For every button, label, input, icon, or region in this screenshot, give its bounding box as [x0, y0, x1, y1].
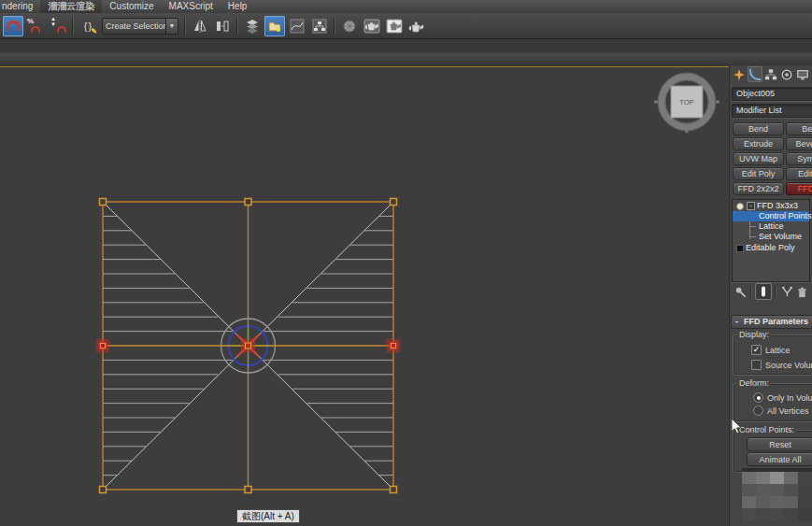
rendered-frame-window-icon[interactable] — [384, 16, 405, 36]
angle-snap-toggle-icon[interactable] — [3, 16, 23, 36]
modifier-button-uvw-map[interactable]: UVW Map — [733, 152, 784, 165]
mosaic-cell — [770, 472, 784, 484]
spinner-snap-toggle-icon[interactable]: ▲▼ — [48, 16, 68, 36]
hierarchy-tree-icon — [764, 68, 777, 81]
modifier-button-bevel[interactable]: Beve — [786, 122, 812, 135]
viewcube-south-tick[interactable] — [686, 129, 689, 133]
stack-item-lattice[interactable]: Lattice — [733, 221, 809, 232]
object-name-field[interactable]: Object005 — [732, 87, 812, 101]
tab-modify[interactable] — [748, 66, 762, 82]
collapse-box-icon[interactable]: - — [747, 202, 755, 210]
toolbar-separator — [184, 18, 186, 35]
mosaic-cell — [798, 472, 812, 484]
modifier-button-bend[interactable]: Bend — [733, 122, 784, 135]
create-star-icon — [733, 68, 746, 81]
only-in-volume-radio-row[interactable]: Only In Volume — [753, 392, 812, 403]
show-end-result-icon[interactable] — [755, 283, 772, 300]
screenshot-tooltip: 截图(Alt + A) — [236, 509, 300, 523]
dropdown-arrow-icon[interactable]: ▼ — [165, 19, 178, 34]
modifier-button-symmetry[interactable]: Symme — [786, 152, 812, 165]
all-vertices-radio-row[interactable]: All Vertices — [753, 405, 809, 416]
mosaic-cell — [770, 508, 784, 520]
modifier-list-dropdown[interactable]: Modifier List — [732, 104, 812, 118]
viewcube[interactable]: TOP — [654, 73, 719, 133]
mosaic-cell — [756, 496, 770, 508]
stack-item-editable-poly[interactable]: Editable Poly — [733, 243, 809, 253]
mosaic-cell — [784, 472, 798, 484]
reset-button[interactable]: Reset — [747, 437, 812, 451]
rollout-collapse-icon: - — [735, 316, 738, 328]
main-toolbar: % ▲▼ { } ✎ Create Selection Set ▼ — [0, 13, 812, 39]
mosaic-cell — [742, 472, 756, 484]
mosaic-cell — [756, 484, 770, 496]
control-points-group: Control Points: Reset Animate All — [733, 430, 812, 473]
mosaic-cell — [784, 496, 798, 508]
render-setup-icon[interactable] — [362, 16, 382, 36]
animate-all-button[interactable]: Animate All — [747, 452, 812, 466]
ffd-selected-control-point-right[interactable] — [387, 339, 401, 353]
tab-motion[interactable] — [779, 66, 794, 82]
application-window: ndering 溜溜云渲染 Customize MAXScript Help %… — [0, 0, 812, 526]
mosaic-cell — [798, 484, 812, 496]
modifier-button-bevel-profile[interactable]: Bevel Pr — [786, 137, 812, 150]
modify-arc-icon — [749, 69, 761, 80]
named-selection-set-value: Create Selection Set — [103, 21, 165, 31]
menu-cloud-render-plugin[interactable]: 溜溜云渲染 — [40, 0, 102, 13]
modifier-enabled-lightbulb-icon[interactable] — [736, 203, 744, 210]
stack-item-ffd3x3x3[interactable]: - FFD 3x3x3 — [733, 201, 809, 211]
pin-stack-icon[interactable] — [733, 284, 748, 299]
menu-rendering[interactable]: ndering — [0, 0, 40, 13]
curve-editor-icon[interactable] — [287, 16, 307, 36]
time-slider-strip — [0, 39, 812, 67]
modifier-button-ffd-3x3x3[interactable]: FFD 3x — [786, 182, 812, 195]
base-object-icon — [736, 245, 744, 252]
source-volume-checkbox[interactable] — [751, 360, 762, 370]
only-in-volume-radio[interactable] — [753, 392, 763, 403]
all-vertices-radio[interactable] — [753, 405, 763, 416]
menu-maxscript[interactable]: MAXScript — [162, 0, 221, 13]
deform-group-label: Deform: — [737, 378, 771, 388]
mouse-cursor — [731, 419, 742, 434]
schematic-view-icon[interactable] — [309, 16, 330, 36]
remove-modifier-icon[interactable] — [794, 284, 809, 299]
viewcube-east-tick[interactable] — [716, 101, 719, 104]
viewcube-west-tick[interactable] — [654, 101, 658, 104]
tab-hierarchy[interactable] — [763, 66, 778, 82]
modifier-button-edit-spline[interactable]: Edit Sp — [786, 167, 812, 180]
tab-display[interactable] — [795, 66, 810, 82]
modifier-button-ffd-2x2x2[interactable]: FFD 2x2x2 — [733, 182, 784, 195]
lattice-checkbox[interactable]: ✓ — [751, 345, 762, 355]
stack-item-set-volume[interactable]: Set Volume — [733, 232, 809, 242]
make-unique-icon[interactable] — [779, 284, 794, 299]
manage-layers-icon[interactable] — [242, 16, 263, 36]
top-viewport[interactable]: TOP — [0, 66, 729, 526]
control-points-group-label: Control Points: — [737, 425, 796, 434]
command-panel: Object005 Modifier List Bend Beve Extrud… — [729, 65, 812, 526]
motion-wheel-icon — [780, 68, 793, 81]
named-selection-set-dropdown[interactable]: Create Selection Set ▼ — [102, 18, 178, 35]
mosaic-cell — [742, 508, 756, 520]
menu-help[interactable]: Help — [221, 0, 255, 13]
modifier-button-edit-poly[interactable]: Edit Poly — [733, 167, 784, 180]
source-volume-checkbox-row[interactable]: Source Volume — [751, 360, 812, 370]
modifier-stack: - FFD 3x3x3 Control Points Lattice Set V… — [732, 199, 810, 282]
viewcube-top-face-label[interactable]: TOP — [679, 98, 693, 107]
stack-item-control-points[interactable]: Control Points — [733, 211, 809, 221]
ffd-selected-control-point-left[interactable] — [96, 339, 110, 353]
material-editor-icon[interactable] — [339, 16, 360, 36]
mirror-icon[interactable] — [190, 16, 210, 36]
edit-named-selection-sets-icon[interactable]: { } ✎ — [78, 16, 98, 36]
mosaic-cell — [798, 508, 812, 520]
menu-customize[interactable]: Customize — [102, 0, 161, 13]
align-icon[interactable] — [212, 16, 233, 36]
modifier-button-extrude[interactable]: Extrude — [733, 137, 784, 150]
mosaic-cell — [798, 496, 812, 508]
toolbar-separator — [236, 18, 238, 35]
render-production-icon[interactable] — [406, 16, 427, 36]
viewport-canvas[interactable]: TOP — [0, 67, 729, 526]
ffd-parameters-rollout-header[interactable]: - FFD Parameters — [731, 315, 812, 329]
lattice-checkbox-row[interactable]: ✓ Lattice — [751, 345, 791, 355]
tab-create[interactable] — [732, 66, 747, 82]
toggle-ribbon-icon[interactable] — [264, 16, 285, 36]
percent-snap-toggle-icon[interactable]: % — [25, 16, 46, 36]
